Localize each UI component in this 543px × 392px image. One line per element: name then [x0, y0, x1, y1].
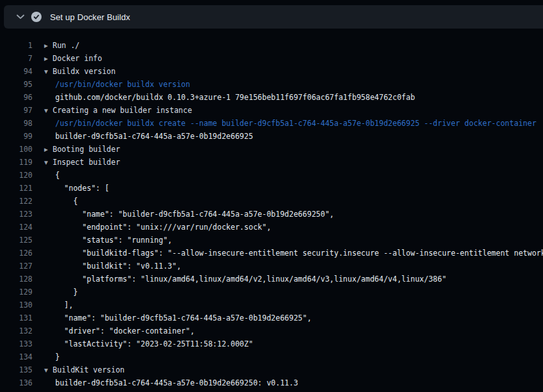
log-line-135: 135 ▼BuildKit version [0, 363, 543, 376]
chevron-right-icon: ▶ [44, 143, 53, 156]
line-number[interactable]: 135 [0, 363, 32, 376]
line-text: "driver": "docker-container", [55, 326, 195, 336]
log-line-99: 99 builder-d9cfb5a1-c764-445a-a57e-0b19d… [0, 130, 543, 143]
line-number[interactable]: 130 [0, 299, 32, 312]
line-number[interactable]: 98 [0, 117, 32, 130]
chevron-down-icon: ▼ [44, 104, 53, 117]
line-content: /usr/bin/docker buildx version [44, 78, 190, 91]
line-number[interactable]: 129 [0, 286, 32, 299]
line-number[interactable]: 136 [0, 376, 32, 389]
line-text: "nodes": [ [55, 184, 109, 193]
line-content[interactable]: ▼Inspect builder [44, 156, 120, 169]
line-content: } [44, 350, 60, 363]
line-content: "platforms": "linux/amd64,linux/amd64/v2… [44, 273, 446, 286]
line-content: "name": "builder-d9cfb5a1-c764-445a-a57e… [44, 312, 312, 325]
line-content[interactable]: ▼BuildKit version [44, 363, 125, 376]
line-content: "status": "running", [44, 234, 172, 247]
chevron-down-icon: ▼ [44, 66, 53, 79]
line-content[interactable]: ▶Docker info [44, 52, 102, 65]
log-line-136: 136 builder-d9cfb5a1-c764-445a-a57e-0b19… [0, 376, 543, 389]
line-text: "buildkit": "v0.11.3", [55, 262, 181, 271]
chevron-down-icon[interactable] [16, 14, 25, 19]
line-text: Buildx version [53, 67, 116, 76]
line-number[interactable]: 119 [0, 156, 32, 169]
line-number[interactable]: 123 [0, 208, 32, 221]
log-line-130: 130 ], [0, 299, 543, 312]
line-number[interactable]: 121 [0, 182, 32, 195]
log-line-127: 127 "buildkit": "v0.11.3", [0, 260, 543, 273]
line-content[interactable]: ▶Booting builder [44, 143, 120, 156]
line-text: "name": "builder-d9cfb5a1-c764-445a-a57e… [55, 313, 312, 323]
log-line-95: 95 /usr/bin/docker buildx version [0, 78, 543, 91]
line-number[interactable]: 97 [0, 104, 32, 117]
line-content: "driver": "docker-container", [44, 325, 195, 337]
log-line-124: 124 "endpoint": "unix:///var/run/docker.… [0, 221, 543, 234]
line-number[interactable]: 96 [0, 91, 32, 104]
log-line-120: 120 { [0, 169, 543, 182]
line-number[interactable]: 125 [0, 234, 32, 247]
line-number[interactable]: 124 [0, 221, 32, 234]
line-text: } [55, 352, 60, 361]
step-header[interactable]: Set up Docker Buildx [4, 5, 543, 29]
log-line-1: 1 ▶Run ./ [0, 39, 543, 52]
line-text: "endpoint": "unix:///var/run/docker.sock… [55, 223, 271, 232]
line-content: "lastActivity": "2023-02-25T11:58:12.000… [44, 337, 253, 350]
line-text: Creating a new builder instance [53, 106, 192, 115]
line-number[interactable]: 7 [0, 52, 32, 65]
line-number[interactable]: 100 [0, 143, 32, 156]
line-text: /usr/bin/docker buildx create --name bui… [55, 119, 537, 128]
line-number[interactable]: 95 [0, 78, 32, 91]
line-text: github.com/docker/buildx 0.10.3+azure-1 … [55, 93, 415, 102]
line-text: "status": "running", [55, 236, 172, 245]
line-content[interactable]: ▼Creating a new builder instance [44, 104, 192, 117]
log-line-125: 125 "status": "running", [0, 234, 543, 247]
line-content: ], [44, 299, 73, 312]
log-line-100: 100 ▶Booting builder [0, 143, 543, 156]
chevron-down-icon: ▼ [44, 156, 53, 169]
line-number[interactable]: 131 [0, 312, 32, 325]
line-number[interactable]: 127 [0, 260, 32, 273]
line-content: } [44, 286, 78, 299]
log-line-98: 98 /usr/bin/docker buildx create --name … [0, 117, 543, 130]
line-text: "lastActivity": "2023-02-25T11:58:12.000… [55, 339, 253, 349]
line-text: /usr/bin/docker buildx version [55, 80, 190, 89]
log-line-119: 119 ▼Inspect builder [0, 156, 543, 169]
log-line-94: 94 ▼Buildx version [0, 65, 543, 78]
line-number[interactable]: 133 [0, 337, 32, 350]
line-number[interactable]: 132 [0, 325, 32, 337]
line-number[interactable]: 122 [0, 195, 32, 208]
line-content: builder-d9cfb5a1-c764-445a-a57e-0b19d2e6… [44, 376, 298, 389]
line-text: Booting builder [53, 145, 120, 154]
line-text: Docker info [53, 54, 102, 63]
line-text: "buildkitd-flags": "--allow-insecure-ent… [55, 249, 543, 258]
line-number[interactable]: 1 [0, 39, 32, 52]
line-content: { [44, 195, 78, 208]
log-line-126: 126 "buildkitd-flags": "--allow-insecure… [0, 247, 543, 260]
line-content[interactable]: ▼Buildx version [44, 65, 116, 78]
line-content: "buildkitd-flags": "--allow-insecure-ent… [44, 247, 543, 260]
line-text: builder-d9cfb5a1-c764-445a-a57e-0b19d2e6… [55, 132, 253, 141]
line-text: } [55, 288, 78, 297]
line-content[interactable]: ▶Run ./ [44, 39, 80, 52]
line-text: { [55, 197, 78, 206]
log-line-131: 131 "name": "builder-d9cfb5a1-c764-445a-… [0, 312, 543, 325]
line-number[interactable]: 134 [0, 350, 32, 363]
log-line-129: 129 } [0, 286, 543, 299]
line-number[interactable]: 126 [0, 247, 32, 260]
log-line-96: 96 github.com/docker/buildx 0.10.3+azure… [0, 91, 543, 104]
line-number[interactable]: 99 [0, 130, 32, 143]
line-content: { [44, 169, 60, 182]
line-content: "endpoint": "unix:///var/run/docker.sock… [44, 221, 271, 234]
line-number[interactable]: 94 [0, 65, 32, 78]
chevron-down-icon: ▼ [44, 364, 53, 377]
line-text: Run ./ [53, 41, 80, 50]
line-text: { [55, 171, 60, 180]
line-text: ], [55, 300, 73, 310]
check-circle-icon [31, 12, 42, 22]
log-lines: 1 ▶Run ./ 7 ▶Docker info 94 ▼Buildx vers… [0, 39, 543, 389]
chevron-right-icon: ▶ [44, 53, 53, 66]
log-line-134: 134 } [0, 350, 543, 363]
line-number[interactable]: 120 [0, 169, 32, 182]
line-number[interactable]: 128 [0, 273, 32, 286]
line-content: github.com/docker/buildx 0.10.3+azure-1 … [44, 91, 415, 104]
